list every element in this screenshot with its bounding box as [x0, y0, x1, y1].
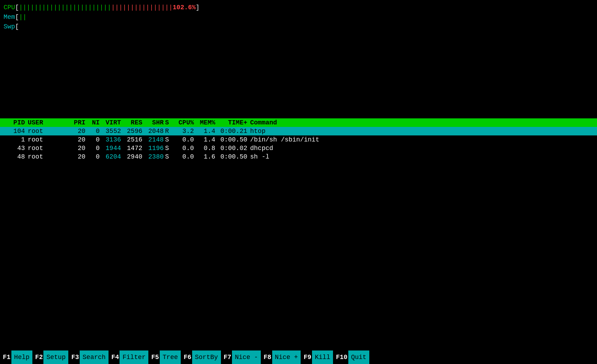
- table-row[interactable]: 1 root 20 0 3136 2516 2148 S 0.0 1.4 0:0…: [0, 135, 597, 144]
- cpu-pct: 0.0: [173, 153, 194, 160]
- res: 2596: [121, 128, 142, 135]
- user: root: [25, 128, 68, 135]
- user: root: [25, 145, 68, 152]
- mem-pct: 1.4: [194, 136, 215, 143]
- f8-item[interactable]: F8 Nice +: [261, 350, 301, 364]
- f2-label: Setup: [43, 350, 68, 364]
- f6-item[interactable]: F6 SortBy: [181, 350, 221, 364]
- cpu-pct: 0.0: [173, 136, 194, 143]
- mem-pct: 1.6: [194, 153, 215, 160]
- state: S: [164, 136, 173, 143]
- f10-item[interactable]: F10 Quit: [333, 350, 369, 364]
- pid: 1: [4, 136, 25, 143]
- state: R: [164, 128, 173, 135]
- f9-item[interactable]: F9 Kill: [301, 350, 333, 364]
- time-plus: 0:00.02: [215, 145, 247, 152]
- f5-label: Tree: [160, 350, 181, 364]
- time-plus: 0:00.21: [215, 128, 247, 135]
- f6-key: F6: [181, 350, 192, 364]
- command: /bin/sh /sbin/init: [247, 136, 319, 143]
- shr: 2148: [142, 136, 164, 143]
- f1-item[interactable]: F1 Help: [0, 350, 32, 364]
- time-plus: 0:00.50: [215, 136, 247, 143]
- col-header-cmd: Command: [247, 119, 277, 126]
- virt: 6204: [100, 153, 121, 160]
- mem-value: [27, 12, 597, 22]
- col-header-user: USER: [25, 119, 68, 126]
- f10-key: F10: [333, 350, 348, 364]
- cpu-row: CPU[||||||||||||||||||||||||||||||||||||…: [4, 3, 597, 12]
- swp-row: Swp[: [4, 22, 597, 32]
- swp-label: Swp: [4, 22, 15, 32]
- f7-item[interactable]: F7 Nice -: [221, 350, 261, 364]
- f6-label: SortBy: [192, 350, 221, 364]
- col-header-mem: MEM%: [194, 119, 215, 126]
- f1-label: Help: [11, 350, 32, 364]
- mem-pct: 0.8: [194, 145, 215, 152]
- state: S: [164, 145, 173, 152]
- f7-key: F7: [221, 350, 232, 364]
- shr: 2048: [142, 128, 164, 135]
- cpu-bar-green: ||||||||||||||||||||||||: [19, 3, 111, 12]
- pri: 20: [68, 136, 85, 143]
- table-row[interactable]: 48 root 20 0 6204 2940 2380 S 0.0 1.6 0:…: [0, 152, 597, 161]
- f3-item[interactable]: F3 Search: [68, 350, 108, 364]
- virt: 1944: [100, 145, 121, 152]
- process-list: 104 root 20 0 3552 2596 2048 R 3.2 1.4 0…: [0, 127, 597, 161]
- cpu-label: CPU: [4, 3, 15, 12]
- f4-item[interactable]: F4 Filter: [109, 350, 148, 364]
- swp-spacer: [19, 22, 597, 32]
- f2-item[interactable]: F2 Setup: [32, 350, 69, 364]
- mem-bar: ||: [19, 12, 27, 22]
- pri: 20: [68, 153, 85, 160]
- mem-row: Mem[||: [4, 12, 597, 22]
- col-header-cpu: CPU%: [173, 119, 194, 126]
- command: htop: [247, 128, 265, 135]
- table-header: PID USER PRI NI VIRT RES SHR S CPU% MEM%…: [0, 118, 597, 127]
- col-header-res: RES: [121, 119, 142, 126]
- f1-key: F1: [0, 350, 11, 364]
- col-header-pri: PRI: [68, 119, 85, 126]
- f4-key: F4: [109, 350, 120, 364]
- res: 2516: [121, 136, 142, 143]
- cpu-percent: 102.6%: [173, 3, 196, 12]
- table-row[interactable]: 43 root 20 0 1944 1472 1196 S 0.0 0.8 0:…: [0, 144, 597, 152]
- f3-label: Search: [80, 350, 109, 364]
- col-header-s: S: [164, 119, 173, 126]
- f4-label: Filter: [120, 350, 148, 364]
- virt: 3136: [100, 136, 121, 143]
- f5-item[interactable]: F5 Tree: [148, 350, 181, 364]
- command: sh -l: [247, 153, 269, 160]
- terminal: CPU[||||||||||||||||||||||||||||||||||||…: [0, 0, 597, 364]
- f5-key: F5: [148, 350, 160, 364]
- command: dhcpcd: [247, 145, 273, 152]
- shr: 2380: [142, 153, 164, 160]
- f9-key: F9: [301, 350, 312, 364]
- pri: 20: [68, 128, 85, 135]
- col-header-ni: NI: [85, 119, 100, 126]
- cpu-pct: 0.0: [173, 145, 194, 152]
- f8-label: Nice +: [272, 350, 301, 364]
- cpu-pct: 3.2: [173, 128, 194, 135]
- ni: 0: [85, 136, 100, 143]
- col-header-shr: SHR: [142, 119, 164, 126]
- f8-key: F8: [261, 350, 272, 364]
- f2-key: F2: [32, 350, 44, 364]
- f3-key: F3: [68, 350, 80, 364]
- ni: 0: [85, 128, 100, 135]
- col-header-pid: PID: [4, 119, 25, 126]
- header: CPU[||||||||||||||||||||||||||||||||||||…: [0, 3, 597, 116]
- f10-label: Quit: [348, 350, 369, 364]
- mem-label: Mem: [4, 12, 15, 22]
- f7-label: Nice -: [232, 350, 261, 364]
- res: 1472: [121, 145, 142, 152]
- mem-pct: 1.4: [194, 128, 215, 135]
- bottom-bar: F1 Help F2 Setup F3 Search F4 Filter F5 …: [0, 350, 597, 364]
- col-header-virt: VIRT: [100, 119, 121, 126]
- f9-label: Kill: [312, 350, 333, 364]
- shr: 1196: [142, 145, 164, 152]
- time-plus: 0:00.50: [215, 153, 247, 160]
- table-row[interactable]: 104 root 20 0 3552 2596 2048 R 3.2 1.4 0…: [0, 127, 597, 135]
- state: S: [164, 153, 173, 160]
- pri: 20: [68, 145, 85, 152]
